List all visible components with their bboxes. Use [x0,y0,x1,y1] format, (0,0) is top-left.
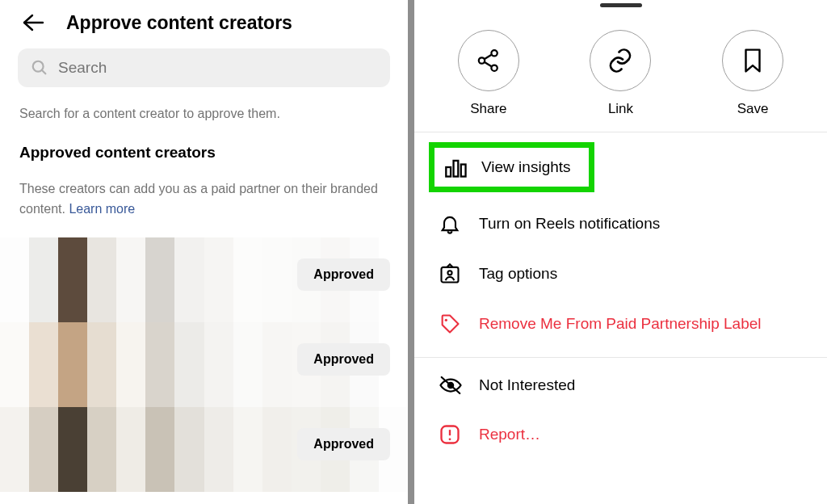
creator-list: Approved Approved Approved [0,237,408,492]
approved-heading: Approved content creators [0,123,408,162]
svg-point-12 [447,271,451,275]
svg-point-13 [445,319,447,321]
bell-icon [439,212,468,235]
share-label: Share [470,101,506,117]
view-insights-item[interactable]: View insights [429,142,594,192]
tag-options-label: Tag options [479,265,557,283]
search-icon [31,59,48,77]
link-action[interactable]: Link [590,30,651,117]
creator-row: Approved [0,322,408,407]
arrow-left-icon [21,13,45,32]
share-action[interactable]: Share [458,30,519,117]
approved-description: These creators can add you as a paid par… [0,162,408,220]
price-tag-icon [439,313,468,335]
save-action[interactable]: Save [722,30,783,117]
link-label: Link [608,101,633,117]
reels-notifications-label: Turn on Reels notifications [479,215,660,233]
search-field[interactable] [18,48,390,87]
page-title: Approve content creators [66,12,292,34]
tag-person-icon [439,262,468,285]
svg-line-2 [42,70,46,74]
report-item[interactable]: Report… [414,410,827,460]
sheet-drag-handle[interactable] [414,0,827,7]
learn-more-link[interactable]: Learn more [69,202,135,216]
svg-line-6 [484,54,491,59]
eye-off-icon [439,375,468,396]
not-interested-label: Not Interested [479,376,575,394]
link-icon [606,46,635,75]
save-label: Save [737,101,769,117]
header: Approve content creators [0,0,408,48]
not-interested-item[interactable]: Not Interested [414,361,827,410]
share-icon [475,47,502,74]
svg-rect-8 [446,167,451,177]
svg-point-18 [449,438,451,440]
back-button[interactable] [19,11,47,34]
approved-status-button[interactable]: Approved [297,258,390,291]
creator-row: Approved [0,237,408,322]
options-menu: View insights Turn on Reels notification… [414,132,827,460]
post-options-sheet: Share Link Save View insights Turn o [414,0,827,504]
creator-row: Approved [0,407,408,492]
search-hint: Search for a content creator to approve … [0,105,408,123]
report-label: Report… [479,426,540,443]
insights-icon [444,156,473,178]
view-insights-label: View insights [481,158,571,176]
svg-line-7 [484,62,491,67]
approved-status-button[interactable]: Approved [297,343,390,376]
approved-status-button[interactable]: Approved [297,428,390,460]
remove-partnership-label: Remove Me From Paid Partnership Label [479,315,762,333]
tag-options-item[interactable]: Tag options [414,249,827,299]
bookmark-icon [741,47,765,74]
approve-creators-screen: Approve content creators Search for a co… [0,0,408,504]
reels-notifications-item[interactable]: Turn on Reels notifications [414,199,827,249]
svg-rect-10 [461,165,466,177]
menu-divider [414,357,827,358]
top-actions: Share Link Save [414,7,827,132]
remove-partnership-item[interactable]: Remove Me From Paid Partnership Label [414,299,827,349]
report-icon [439,423,468,446]
svg-rect-9 [454,161,459,177]
search-input[interactable] [58,59,377,77]
